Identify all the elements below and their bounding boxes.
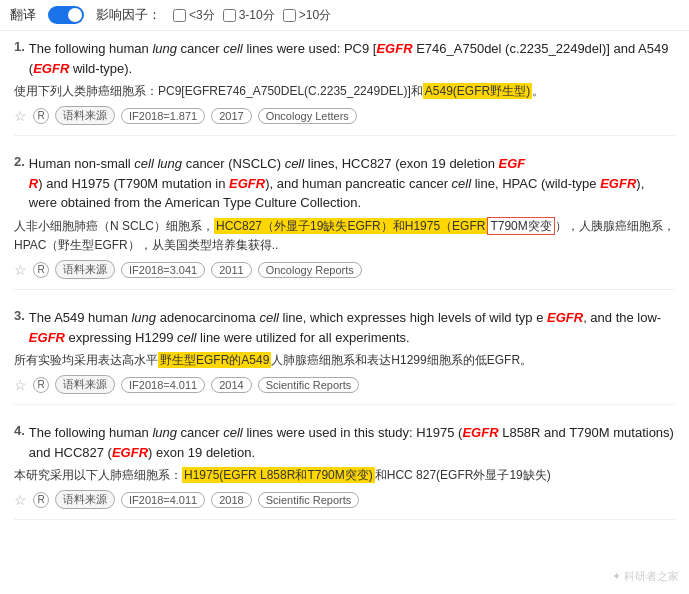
result-item-1: 1. The following human lung cancer cell … (14, 39, 675, 136)
top-bar: 翻译 影响因子： <3分 3-10分 >10分 (0, 0, 689, 31)
cn-highlight-1: A549(EGFR野生型) (423, 83, 532, 99)
source-tag-2[interactable]: 语料来源 (55, 260, 115, 279)
journal-tag-4[interactable]: Scientific Reports (258, 492, 360, 508)
source-tag-3[interactable]: 语料来源 (55, 375, 115, 394)
result-item-4: 4. The following human lung cancer cell … (14, 423, 675, 520)
circle-r-4[interactable]: R (33, 492, 49, 508)
if-tag-1[interactable]: IF2018=1.871 (121, 108, 205, 124)
source-tag-4[interactable]: 语料来源 (55, 490, 115, 509)
result-text-3: The A549 human lung adenocarcinoma cell … (29, 308, 675, 347)
result-number-2: 2. (14, 154, 25, 169)
cn-highlight-2a: HCC827（外显子19缺失EGFR）和H1975（EGFR (214, 218, 487, 234)
chinese-text-2: 人非小细胞肺癌（N SCLC）细胞系，HCC827（外显子19缺失EGFR）和H… (14, 217, 675, 255)
filter-lt3-label: <3分 (189, 7, 215, 24)
year-tag-3[interactable]: 2014 (211, 377, 251, 393)
filter-3to10-checkbox[interactable] (223, 9, 236, 22)
star-icon-3[interactable]: ☆ (14, 377, 27, 393)
filter-group: <3分 3-10分 >10分 (173, 7, 331, 24)
year-tag-1[interactable]: 2017 (211, 108, 251, 124)
star-icon-4[interactable]: ☆ (14, 492, 27, 508)
circle-r-1[interactable]: R (33, 108, 49, 124)
star-icon-1[interactable]: ☆ (14, 108, 27, 124)
translate-label: 翻译 (10, 6, 36, 24)
journal-tag-2[interactable]: Oncology Reports (258, 262, 362, 278)
star-icon-2[interactable]: ☆ (14, 262, 27, 278)
filter-lt3[interactable]: <3分 (173, 7, 215, 24)
result-text-2: Human non-small cell lung cancer (NSCLC)… (29, 154, 675, 213)
source-tag-1[interactable]: 语料来源 (55, 106, 115, 125)
circle-r-3[interactable]: R (33, 377, 49, 393)
if-tag-3[interactable]: IF2018=4.011 (121, 377, 205, 393)
filter-3to10-label: 3-10分 (239, 7, 275, 24)
if-tag-2[interactable]: IF2018=3.041 (121, 262, 205, 278)
journal-tag-1[interactable]: Oncology Letters (258, 108, 357, 124)
filter-label: 影响因子： (96, 6, 161, 24)
chinese-text-1: 使用下列人类肺癌细胞系：PC9[EGFRE746_A750DEL(C.2235_… (14, 82, 675, 101)
result-item-2: 2. Human non-small cell lung cancer (NSC… (14, 154, 675, 290)
watermark-icon: ✦ (612, 570, 621, 582)
year-tag-4[interactable]: 2018 (211, 492, 251, 508)
result-number-3: 3. (14, 308, 25, 323)
chinese-text-4: 本研究采用以下人肺癌细胞系：H1975(EGFR L858R和T790M突变)和… (14, 466, 675, 485)
meta-row-3: ☆ R 语料来源 IF2018=4.011 2014 Scientific Re… (14, 375, 675, 394)
result-number-1: 1. (14, 39, 25, 54)
cn-highlight-3: 野生型EGFR的A549 (158, 352, 271, 368)
circle-r-2[interactable]: R (33, 262, 49, 278)
filter-3to10[interactable]: 3-10分 (223, 7, 275, 24)
journal-tag-3[interactable]: Scientific Reports (258, 377, 360, 393)
if-tag-4[interactable]: IF2018=4.011 (121, 492, 205, 508)
result-item-3: 3. The A549 human lung adenocarcinoma ce… (14, 308, 675, 405)
result-text-1: The following human lung cancer cell lin… (29, 39, 675, 78)
cn-highlight-4: H1975(EGFR L858R和T790M突变) (182, 467, 375, 483)
translate-toggle[interactable] (48, 6, 84, 24)
meta-row-4: ☆ R 语料来源 IF2018=4.011 2018 Scientific Re… (14, 490, 675, 509)
watermark: ✦ 科研者之家 (612, 569, 679, 584)
filter-gt10-label: >10分 (299, 7, 331, 24)
meta-row-1: ☆ R 语料来源 IF2018=1.871 2017 Oncology Lett… (14, 106, 675, 125)
chinese-text-3: 所有实验均采用表达高水平野生型EGFR的A549人肺腺癌细胞系和表达H1299细… (14, 351, 675, 370)
meta-row-2: ☆ R 语料来源 IF2018=3.041 2011 Oncology Repo… (14, 260, 675, 279)
year-tag-2[interactable]: 2011 (211, 262, 251, 278)
filter-gt10-checkbox[interactable] (283, 9, 296, 22)
result-text-4: The following human lung cancer cell lin… (29, 423, 675, 462)
filter-gt10[interactable]: >10分 (283, 7, 331, 24)
filter-lt3-checkbox[interactable] (173, 9, 186, 22)
results-list: 1. The following human lung cancer cell … (0, 31, 689, 552)
result-number-4: 4. (14, 423, 25, 438)
